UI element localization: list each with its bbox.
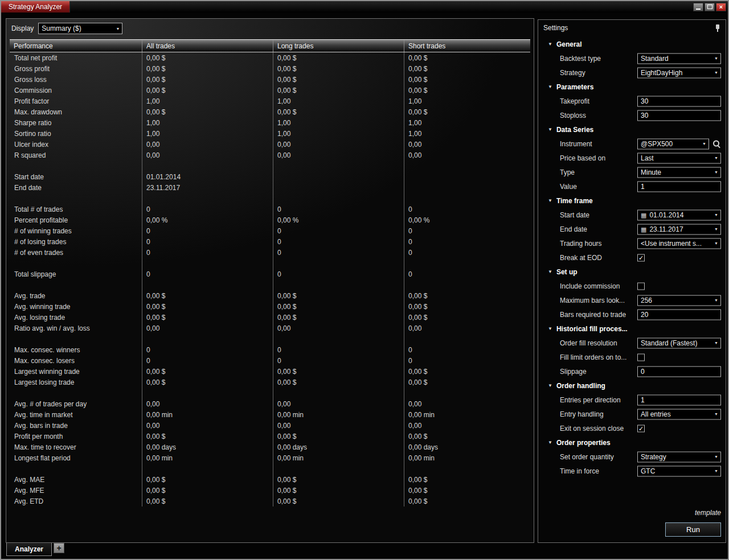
performance-table: PerformanceAll tradesLong tradesShort tr… — [10, 39, 530, 507]
metric-label: Sharpe ratio — [10, 117, 142, 128]
metric-value: 0,00 $ — [273, 485, 404, 496]
metric-value — [142, 463, 273, 474]
minimize-button[interactable] — [693, 3, 703, 11]
takeprofit-input[interactable]: 30 — [637, 96, 721, 106]
set-order-quantity-dropdown[interactable]: Strategy▼ — [637, 451, 721, 462]
metric-value — [142, 193, 273, 204]
metric-label: Max. consec. winners — [10, 344, 142, 355]
start-date-dropdown[interactable]: ▦01.01.2014▼ — [637, 209, 721, 220]
setting-row-price-based-on: Price based onLast▼ — [543, 151, 721, 165]
metric-value — [273, 182, 404, 193]
order-fill-resolution-dropdown[interactable]: Standard (Fastest)▼ — [637, 337, 721, 348]
section-header-set-up[interactable]: ▼Set up — [543, 265, 721, 279]
end-date-dropdown[interactable]: ▦23.11.2017▼ — [637, 224, 721, 234]
metric-value — [404, 160, 530, 171]
break-at-eod-checkbox[interactable]: ✓ — [637, 254, 645, 261]
selected-value: Minute — [641, 168, 661, 176]
time-in-force-dropdown[interactable]: GTC▼ — [637, 466, 721, 476]
section-header-order-handling[interactable]: ▼Order handling — [543, 378, 721, 393]
section-header-parameters[interactable]: ▼Parameters — [543, 80, 721, 94]
tab-analyzer[interactable]: Analyzer — [6, 543, 52, 556]
tab-label: Analyzer — [15, 545, 43, 553]
section-label: Data Series — [556, 126, 593, 134]
add-tab-button[interactable]: + — [54, 543, 64, 553]
bars-required-to-trade-input[interactable]: 20 — [637, 309, 721, 320]
include-commission-checkbox[interactable] — [637, 282, 645, 290]
maximum-bars-look-dropdown[interactable]: 256▼ — [637, 295, 721, 306]
setting-control: 30 — [637, 96, 721, 106]
column-header-short-trades: Short trades — [404, 40, 530, 52]
pin-icon[interactable] — [715, 24, 720, 32]
setting-row-set-order-quantity: Set order quantityStrategy▼ — [543, 450, 721, 464]
entry-handling-dropdown[interactable]: All entries▼ — [637, 409, 721, 419]
selected-value: <Use instrument s... — [641, 240, 702, 248]
fill-limit-orders-on-to-checkbox[interactable] — [637, 353, 645, 361]
column-header-all-trades: All trades — [142, 40, 273, 52]
metric-value: 0,00 — [142, 323, 273, 333]
setting-label: Value — [560, 183, 577, 191]
strategy-dropdown[interactable]: EightDayHigh▼ — [637, 67, 721, 78]
trading-hours-dropdown[interactable]: <Use instrument s...▼ — [637, 238, 721, 249]
metric-label: Percent profitable — [10, 215, 142, 225]
metric-value: 0,00 $ — [404, 366, 530, 377]
setting-row-break-at-eod: Break at EOD✓ — [543, 250, 721, 265]
metric-value: 0 — [273, 204, 404, 215]
restore-button[interactable] — [705, 3, 715, 11]
setting-label: Bars required to trade — [560, 311, 626, 319]
table-row-of-even-trades: # of even trades000 — [10, 247, 530, 258]
metric-value: 0 — [273, 225, 404, 236]
metric-value: 0,00 $ — [404, 301, 530, 312]
metric-label: Gross loss — [10, 74, 142, 85]
setting-control: <Use instrument s...▼ — [637, 238, 721, 249]
section-header-time-frame[interactable]: ▼Time frame — [543, 193, 721, 208]
section-header-historical-fill-proces[interactable]: ▼Historical fill proces... — [543, 322, 721, 336]
setting-row-instrument: Instrument@SPX500▼ — [543, 137, 721, 151]
backtest-type-dropdown[interactable]: Standard▼ — [637, 53, 721, 64]
section-header-data-series[interactable]: ▼Data Series — [543, 122, 721, 137]
metric-value: 0 — [142, 204, 273, 215]
metric-value: 0,00 $ — [273, 377, 404, 388]
column-header-performance: Performance — [10, 40, 142, 52]
metric-label — [10, 160, 142, 171]
price-based-on-dropdown[interactable]: Last▼ — [637, 153, 721, 163]
metric-label: Commission — [10, 85, 142, 96]
exit-on-session-close-checkbox[interactable]: ✓ — [637, 425, 645, 432]
display-dropdown[interactable]: Summary ($) ▼ — [38, 23, 122, 34]
window-controls: × — [693, 1, 728, 13]
table-row-max-drawdown: Max. drawdown0,00 $0,00 $0,00 $ — [10, 106, 530, 117]
setting-row-stoploss: Stoploss30 — [543, 108, 721, 122]
setting-label: Set order quantity — [560, 453, 614, 461]
table-row-percent-profitable: Percent profitable0,00 %0,00 %0,00 % — [10, 215, 530, 225]
metric-value — [404, 182, 530, 193]
metric-value: 0,00 $ — [404, 474, 530, 485]
metric-label: Avg. winning trade — [10, 301, 142, 312]
instrument-dropdown[interactable]: @SPX500▼ — [637, 138, 709, 149]
table-spacer-row — [10, 160, 530, 171]
metric-value: 0,00 $ — [142, 52, 273, 63]
close-button[interactable]: × — [716, 3, 726, 11]
setting-label: Takeprofit — [560, 97, 589, 105]
metric-value: 0,00 $ — [273, 74, 404, 85]
section-header-general[interactable]: ▼General — [543, 37, 721, 51]
run-button[interactable]: Run — [665, 522, 721, 537]
metric-value — [273, 193, 404, 204]
column-header-long-trades: Long trades — [273, 40, 404, 52]
type-dropdown[interactable]: Minute▼ — [637, 167, 721, 178]
table-row-of-losing-trades: # of losing trades000 — [10, 236, 530, 247]
collapse-arrow-icon: ▼ — [548, 326, 552, 331]
setting-label: Strategy — [560, 69, 585, 77]
setting-label: Backtest type — [560, 55, 601, 63]
slippage-input[interactable]: 0 — [637, 366, 721, 377]
search-icon[interactable] — [712, 139, 721, 148]
metric-value: 01.01.2014 — [142, 171, 273, 182]
value-input[interactable]: 1 — [637, 181, 721, 192]
section-header-order-properties[interactable]: ▼Order properties — [543, 435, 721, 450]
metric-value: 0 — [142, 225, 273, 236]
stoploss-input[interactable]: 30 — [637, 110, 721, 121]
metric-value: 0,00 $ — [273, 366, 404, 377]
metric-value: 0 — [404, 269, 530, 279]
template-label[interactable]: template — [695, 509, 721, 517]
entries-per-direction-input[interactable]: 1 — [637, 394, 721, 405]
table-row-commission: Commission0,00 $0,00 $0,00 $ — [10, 85, 530, 96]
metric-value: 0,00 min — [273, 409, 404, 420]
